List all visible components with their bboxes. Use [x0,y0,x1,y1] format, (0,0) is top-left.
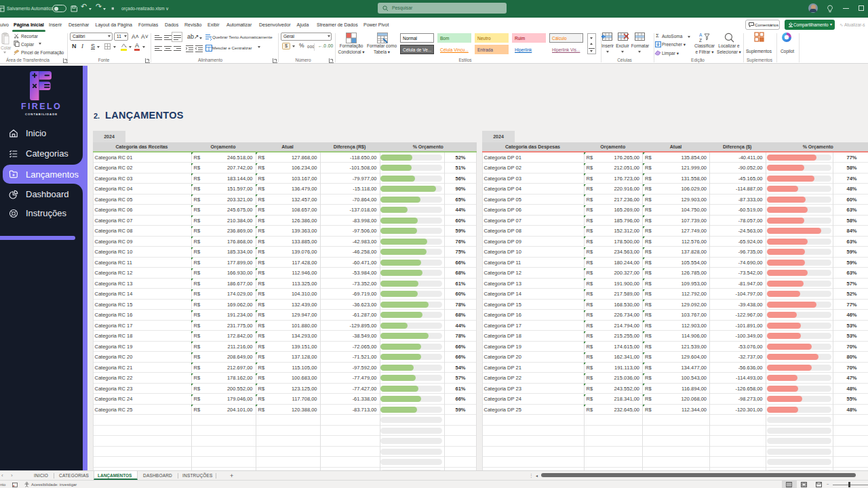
svg-text:A: A [699,33,703,37]
svg-text:$: $ [285,43,288,49]
svg-text:Z: Z [699,38,702,43]
